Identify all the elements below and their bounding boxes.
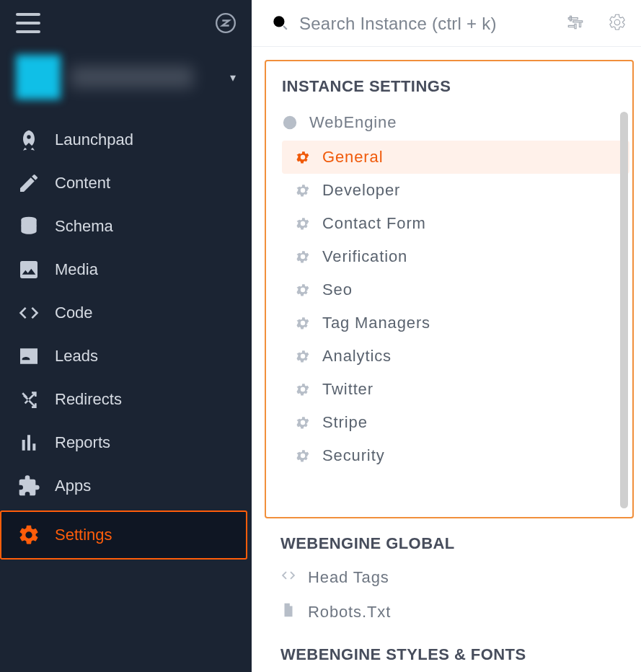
global-item-label: Head Tags [308, 568, 389, 587]
sidebar-item-redirects[interactable]: Redirects [0, 378, 252, 421]
settings-item-label: Security [322, 446, 385, 465]
gear-icon [295, 348, 311, 364]
bar-chart-icon [17, 431, 40, 454]
app-logo-icon [216, 13, 236, 33]
settings-item-contact-form[interactable]: Contact Form [282, 207, 632, 240]
global-item-label: Robots.Txt [308, 603, 391, 622]
settings-item-developer[interactable]: Developer [282, 174, 632, 207]
gear-icon [295, 216, 311, 231]
settings-item-label: Tag Managers [322, 314, 430, 332]
search-icon [270, 13, 289, 35]
instance-settings-panel: INSTANCE SETTINGS WebEngine General Deve… [265, 60, 634, 518]
main: INSTANCE SETTINGS WebEngine General Deve… [252, 0, 641, 672]
settings-list: WebEngine General Developer Contact Form… [282, 106, 632, 472]
search-bar [252, 0, 641, 47]
sidebar-item-schema[interactable]: Schema [0, 205, 252, 248]
settings-item-label: Seo [322, 280, 353, 299]
settings-group-label: WebEngine [309, 113, 397, 132]
settings-item-label: Verification [322, 247, 407, 266]
settings-item-security[interactable]: Security [282, 439, 632, 472]
file-icon [280, 602, 296, 622]
sidebar-item-leads[interactable]: Leads [0, 335, 252, 378]
image-icon [17, 258, 40, 281]
sidebar-item-media[interactable]: Media [0, 248, 252, 291]
gear-icon [295, 182, 311, 198]
sidebar-item-launchpad[interactable]: Launchpad [0, 118, 252, 162]
sidebar-item-label: Reports [55, 433, 110, 452]
sidebar-item-code[interactable]: Code [0, 291, 252, 335]
search-input[interactable] [299, 14, 554, 34]
sidebar-item-label: Leads [55, 347, 98, 366]
gear-icon [295, 315, 311, 331]
settings-item-verification[interactable]: Verification [282, 240, 632, 273]
puzzle-icon [17, 474, 40, 498]
svg-point-2 [273, 16, 284, 27]
sidebar-item-content[interactable]: Content [0, 162, 252, 205]
settings-item-label: Contact Form [322, 214, 426, 233]
gear-icon [295, 149, 311, 165]
database-icon [17, 215, 40, 238]
settings-item-label: Stripe [322, 413, 368, 432]
sidebar-item-label: Redirects [55, 390, 122, 409]
code-icon [17, 301, 40, 324]
instance-avatar [16, 55, 61, 100]
pencil-icon [17, 172, 40, 195]
global-item-robots[interactable]: Robots.Txt [252, 595, 641, 629]
gear-icon [295, 415, 311, 430]
gear-icon [17, 523, 40, 547]
scrollbar[interactable] [620, 112, 628, 508]
sidebar-item-label: Code [55, 304, 93, 322]
settings-item-label: General [322, 148, 383, 167]
instance-name [61, 66, 230, 88]
gear-icon [295, 282, 311, 298]
tune-icon [566, 13, 585, 35]
panel-title: INSTANCE SETTINGS [282, 77, 632, 96]
gear-icon [608, 13, 627, 35]
contact-card-icon [17, 345, 40, 368]
sidebar-nav: Launchpad Content Schema Media Code [0, 118, 252, 562]
sidebar-item-reports[interactable]: Reports [0, 421, 252, 464]
chevron-down-icon: ▾ [230, 71, 236, 84]
settings-item-label: Twitter [322, 380, 373, 399]
filter-button[interactable] [565, 13, 586, 35]
gear-icon [295, 249, 311, 265]
settings-item-label: Analytics [322, 347, 392, 366]
code-doc-icon [280, 567, 296, 588]
sidebar-item-label: Media [55, 260, 98, 279]
settings-group-webengine[interactable]: WebEngine [282, 106, 632, 139]
globe-icon [282, 115, 298, 131]
settings-item-analytics[interactable]: Analytics [282, 340, 632, 373]
section-title-global: WEBENGINE GLOBAL [280, 534, 641, 553]
sidebar-item-label: Settings [55, 526, 112, 544]
settings-item-stripe[interactable]: Stripe [282, 406, 632, 439]
sidebar-top [0, 13, 252, 42]
hamburger-menu[interactable] [16, 13, 40, 33]
settings-item-seo[interactable]: Seo [282, 273, 632, 306]
sidebar-item-label: Content [55, 174, 110, 193]
sidebar-item-apps[interactable]: Apps [0, 464, 252, 508]
sidebar-item-settings[interactable]: Settings [0, 510, 247, 560]
sidebar-item-label: Apps [55, 477, 91, 495]
instance-picker[interactable]: ▾ [0, 42, 252, 118]
sidebar: ▾ Launchpad Content Schema Media [0, 0, 252, 672]
sidebar-item-label: Schema [55, 217, 113, 236]
gear-icon [295, 381, 311, 397]
sidebar-item-label: Launchpad [55, 131, 133, 149]
rocket-icon [17, 128, 40, 151]
section-title-styles: WEBENGINE STYLES & FONTS [280, 645, 641, 664]
gear-icon [295, 448, 311, 464]
settings-item-tag-managers[interactable]: Tag Managers [282, 306, 632, 340]
global-item-head-tags[interactable]: Head Tags [252, 560, 641, 595]
settings-item-label: Developer [322, 181, 400, 200]
settings-item-general[interactable]: General [282, 141, 629, 174]
settings-button[interactable] [606, 13, 628, 35]
settings-item-twitter[interactable]: Twitter [282, 373, 632, 406]
shuffle-icon [17, 388, 40, 411]
